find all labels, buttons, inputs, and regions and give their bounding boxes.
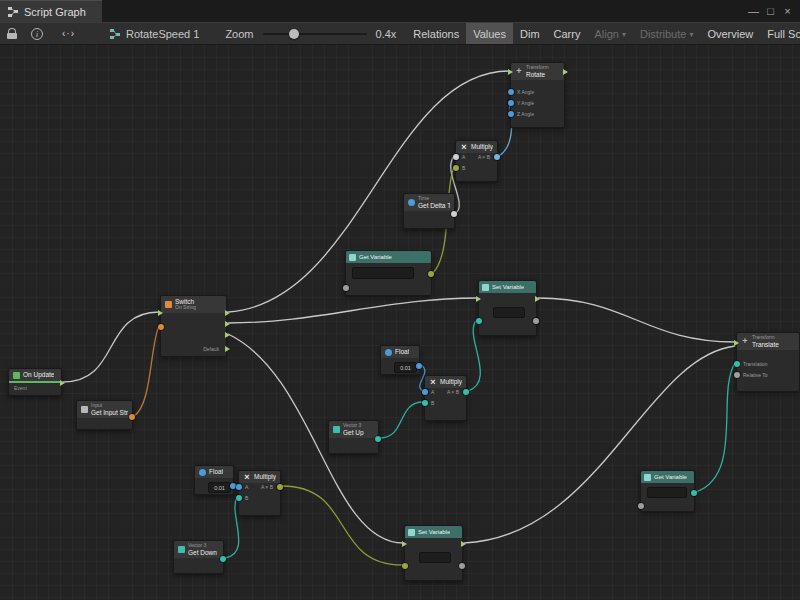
node-switch-on-string[interactable]: SwitchOn StringDefault (160, 295, 227, 357)
value-port[interactable] (463, 389, 469, 395)
value-port[interactable] (343, 285, 349, 291)
flow-port[interactable] (60, 380, 65, 386)
value-port[interactable] (494, 154, 500, 160)
graph-canvas[interactable]: On UpdateEventInputGet Input StrinSwitch… (0, 45, 800, 600)
node-title: Float (209, 468, 223, 475)
wire[interactable] (63, 312, 159, 382)
minimize-button[interactable]: — (745, 0, 762, 22)
close-button[interactable]: × (779, 0, 796, 22)
wire[interactable] (538, 298, 735, 342)
toolbar-button-overview[interactable]: Overview (700, 23, 760, 44)
zoom-to-fit-button[interactable]: ‹·› (50, 23, 87, 44)
value-port[interactable] (422, 389, 428, 395)
zoom-slider-handle[interactable] (289, 29, 299, 39)
flow-port[interactable] (476, 296, 481, 302)
flow-port[interactable] (158, 310, 163, 316)
value-port[interactable] (451, 211, 457, 217)
flow-port[interactable] (225, 321, 230, 327)
value-port[interactable] (428, 271, 434, 277)
node-float-upper[interactable]: Float0.01 (380, 345, 420, 375)
value-port[interactable] (691, 490, 697, 496)
value-port[interactable] (734, 361, 740, 367)
node-translate[interactable]: +TransformTranslateTranslationRelative T… (736, 332, 800, 392)
flow-port[interactable] (508, 69, 513, 75)
node-value-field[interactable] (419, 552, 451, 563)
flow-port[interactable] (402, 541, 407, 547)
tab-script-graph[interactable]: Script Graph (0, 0, 102, 22)
wire[interactable] (380, 402, 423, 438)
flow-port[interactable] (461, 541, 466, 547)
node-value-field[interactable]: 0.01 (208, 482, 231, 493)
toolbar-button-align[interactable]: Align▾ (587, 23, 632, 44)
toolbar-button-relations[interactable]: Relations (406, 23, 466, 44)
value-port[interactable] (402, 563, 408, 569)
wire[interactable] (282, 486, 403, 565)
node-value-field[interactable] (352, 267, 414, 279)
graph-toolbar: i ‹·› RotateSpeed 1 Zoom 0.4x RelationsV… (0, 22, 800, 45)
value-port[interactable] (459, 563, 465, 569)
value-port[interactable] (416, 363, 422, 369)
flow-port[interactable] (225, 346, 230, 352)
value-port[interactable] (422, 400, 428, 406)
value-port[interactable] (638, 503, 644, 509)
toolbar-button-label: Align (594, 28, 618, 40)
toolbar-button-carry[interactable]: Carry (547, 23, 588, 44)
flow-port[interactable] (225, 332, 230, 338)
wire[interactable] (225, 497, 239, 558)
value-port[interactable] (508, 89, 514, 95)
node-on-update[interactable]: On UpdateEvent (8, 368, 62, 396)
node-get-delta-time[interactable]: TimeGet Delta Time (403, 193, 455, 229)
value-port[interactable] (476, 318, 482, 324)
maximize-button[interactable]: □ (762, 0, 779, 22)
node-float-lower[interactable]: Float0.01 (194, 465, 234, 495)
node-multiply-mid[interactable]: ×MultiplyABA × B (424, 375, 467, 421)
value-port[interactable] (236, 484, 242, 490)
lock-button[interactable] (0, 23, 24, 44)
zoom-slider[interactable] (263, 33, 367, 35)
wire[interactable] (134, 326, 159, 416)
node-value-field[interactable] (647, 487, 687, 498)
flow-port[interactable] (535, 296, 540, 302)
value-port[interactable] (453, 165, 459, 171)
value-port[interactable] (508, 100, 514, 106)
node-value-field[interactable] (493, 307, 525, 318)
node-vector3-get-down[interactable]: Vector 3Get Down (173, 540, 224, 574)
inspect-button[interactable]: i (24, 23, 50, 44)
value-port[interactable] (129, 414, 135, 420)
node-value-field[interactable]: 0.01 (394, 362, 417, 373)
value-port[interactable] (375, 436, 381, 442)
toolbar-button-distribute[interactable]: Distribute▾ (633, 23, 700, 44)
wire[interactable] (464, 346, 735, 543)
flow-port[interactable] (563, 69, 568, 75)
value-port[interactable] (453, 154, 459, 160)
node-set-variable-bottom[interactable]: Set Variable (404, 525, 463, 581)
script-graph-icon (7, 6, 19, 18)
wire[interactable] (228, 298, 477, 323)
node-header: Vector 3Get Down (174, 541, 223, 558)
node-set-variable-mid[interactable]: Set Variable (478, 280, 537, 336)
node-get-variable-top[interactable]: Get Variable (345, 250, 432, 296)
graph-breadcrumb[interactable]: RotateSpeed 1 (109, 28, 199, 40)
toolbar-button-values[interactable]: Values (466, 23, 513, 44)
flow-port[interactable] (225, 310, 230, 316)
node-vector3-get-up[interactable]: Vector 3Get Up (328, 420, 379, 454)
node-multiply-top[interactable]: ×MultiplyABA × B (455, 140, 498, 182)
value-port[interactable] (220, 556, 226, 562)
node-get-input-string[interactable]: InputGet Input Strin (76, 400, 133, 430)
value-port[interactable] (236, 495, 242, 501)
node-titles: TransformTranslate (752, 335, 779, 348)
node-header: ×Multiply (239, 471, 280, 483)
value-port[interactable] (533, 318, 539, 324)
toolbar-button-fullscreen[interactable]: Full Screen (760, 23, 800, 44)
port-label: Z Angle (517, 111, 534, 118)
value-port[interactable] (277, 484, 283, 490)
value-port[interactable] (158, 324, 164, 330)
value-port[interactable] (508, 111, 514, 117)
node-multiply-low[interactable]: ×MultiplyABA × B (238, 470, 281, 516)
wire[interactable] (696, 363, 735, 492)
node-rotate[interactable]: +TransformRotateX AngleY AngleZ Angle (510, 62, 565, 128)
value-port[interactable] (734, 372, 740, 378)
toolbar-button-dim[interactable]: Dim (513, 23, 547, 44)
flow-port[interactable] (734, 340, 739, 346)
node-get-variable-right[interactable]: Get Variable (640, 470, 695, 512)
